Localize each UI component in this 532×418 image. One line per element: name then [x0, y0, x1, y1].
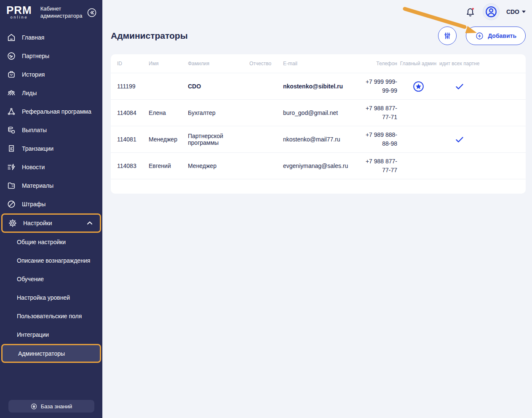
- sidebar-subitem-education[interactable]: Обучение: [0, 270, 102, 288]
- cell-email: nkostenko@sibitel.ru: [283, 83, 363, 90]
- cell-actions: [479, 108, 518, 118]
- cell-last-name: Партнерской программы: [188, 133, 249, 146]
- avatar[interactable]: [483, 3, 500, 20]
- sidebar-item-partners[interactable]: Партнеры: [0, 47, 102, 65]
- sidebar-item-settings[interactable]: Настройки: [3, 215, 100, 232]
- filter-button[interactable]: [438, 27, 457, 45]
- fines-icon: [7, 200, 16, 209]
- sidebar-item-fines[interactable]: Штрафы: [0, 195, 102, 213]
- column-header-email: E-mail: [283, 61, 363, 67]
- cell-phone: +7 999 999-99-99: [363, 77, 397, 95]
- plus-circle-icon: [475, 32, 484, 40]
- gear-icon: [8, 218, 17, 228]
- cell-phone: +7 988 877-77-77: [363, 157, 397, 175]
- knowledge-base-button[interactable]: База знаний: [8, 400, 94, 413]
- delete-button[interactable]: [507, 108, 516, 118]
- cell-last-name: Бухгалтер: [188, 109, 249, 116]
- sidebar-item-label: Выплаты: [22, 127, 47, 133]
- sidebar-item-leads[interactable]: Лиды: [0, 84, 102, 102]
- sidebar-item-history[interactable]: История: [0, 65, 102, 84]
- sidebar-item-label: Главная: [22, 34, 44, 41]
- logo-subtext: online: [10, 15, 28, 19]
- cell-main-admin: [397, 81, 439, 92]
- cell-email: buro_god@gmail.net: [283, 109, 363, 116]
- trash-icon: [507, 108, 516, 118]
- delete-button[interactable]: [507, 81, 516, 91]
- sees-all-check-icon: [454, 81, 465, 91]
- sidebar-subitem-levels-setup[interactable]: Настройка уровней: [0, 288, 102, 307]
- cell-id: 114083: [117, 162, 149, 169]
- sidebar-item-label: Реферальная программа: [22, 108, 91, 115]
- cell-sees-all-partners: [439, 81, 479, 91]
- edit-button[interactable]: [488, 81, 498, 91]
- edit-button[interactable]: [488, 161, 498, 171]
- cell-actions: [479, 134, 518, 144]
- sidebar-item-transactions[interactable]: Транзакции: [0, 139, 102, 158]
- column-header-last-name: Фамилия: [188, 61, 249, 67]
- cell-sees-all-partners: [439, 134, 479, 144]
- title-row: Администраторы Добавить: [111, 26, 526, 45]
- sidebar-item-materials[interactable]: Материалы: [0, 176, 102, 195]
- logo-text: PRM: [6, 5, 32, 15]
- news-icon: [7, 162, 16, 172]
- cell-actions: [479, 161, 518, 171]
- sidebar-item-payouts[interactable]: Выплаты: [0, 121, 102, 139]
- user-menu-button[interactable]: CDO: [506, 8, 526, 15]
- settings-highlight-box: Настройки: [1, 213, 101, 233]
- cell-email: nkostenko@mail77.ru: [283, 136, 363, 143]
- materials-icon: [7, 181, 16, 190]
- sidebar-item-label: Настройки: [23, 220, 52, 226]
- sidebar-item-home[interactable]: Главная: [0, 28, 102, 47]
- column-header-phone: Телефон: [363, 60, 397, 67]
- user-icon: [484, 5, 498, 19]
- add-button[interactable]: Добавить: [466, 27, 526, 45]
- sidebar-subitem-label: Пользовательские поля: [17, 313, 82, 319]
- sidebar-subitem-administrators[interactable]: Администраторы: [3, 345, 100, 362]
- table-row: 111199 CDO nkostenko@sibitel.ru +7 999 9…: [111, 73, 526, 99]
- sidebar-subitem-custom-fields[interactable]: Пользовательские поля: [0, 307, 102, 325]
- sidebar-item-label: Материалы: [22, 182, 53, 189]
- logo-row: PRM online Кабинет администратора: [0, 0, 102, 19]
- sidebar-subitem-integrations[interactable]: Интеграции: [0, 325, 102, 344]
- sidebar-subitem-reward-description[interactable]: Описание вознаграждения: [0, 251, 102, 270]
- filter-sliders-icon: [443, 31, 452, 40]
- knowledge-base-icon: [30, 403, 37, 410]
- delete-button[interactable]: [507, 134, 516, 144]
- sidebar-item-news[interactable]: Новости: [0, 158, 102, 176]
- sidebar-item-label: Штрафы: [22, 201, 45, 208]
- selected-subitem-highlight-box: Администраторы: [1, 344, 101, 363]
- page-title: Администраторы: [111, 31, 188, 41]
- edit-pen-icon: [488, 134, 498, 144]
- add-button-label: Добавить: [488, 32, 516, 39]
- table-header: ID Имя Фамилия Отчество E-mail Телефон Г…: [111, 54, 526, 73]
- transactions-icon: [7, 144, 16, 153]
- trash-icon: [507, 161, 516, 171]
- workspace-label: Кабинет администратора: [40, 5, 83, 19]
- sidebar-item-referral-program[interactable]: Реферальная программа: [0, 102, 102, 121]
- column-header-middle-name: Отчество: [249, 61, 283, 67]
- cell-phone: +7 989 888-88-98: [363, 130, 397, 148]
- sidebar-subitem-label: Настройка уровней: [17, 294, 70, 301]
- sidebar-nav: ГлавнаяПартнерыИсторияЛидыРеферальная пр…: [0, 28, 102, 213]
- cell-last-name: Менеджер: [188, 162, 249, 169]
- sidebar-collapse-button[interactable]: [86, 7, 97, 18]
- brand-logo: PRM online: [6, 5, 32, 19]
- sidebar-subitem-label: Обучение: [17, 276, 44, 282]
- cell-first-name: Елена: [149, 109, 188, 116]
- edit-pen-icon: [488, 108, 498, 118]
- main-content: CDO Администраторы Добавить ID Имя Фамил…: [102, 0, 532, 418]
- sidebar-item-label: Лиды: [22, 90, 37, 96]
- notifications-button[interactable]: [465, 6, 476, 18]
- edit-button[interactable]: [488, 108, 498, 118]
- cell-id: 114084: [117, 109, 149, 116]
- cell-id: 111199: [117, 83, 149, 90]
- cell-phone: +7 988 877-77-71: [363, 104, 397, 122]
- edit-button[interactable]: [488, 134, 498, 144]
- cell-first-name: Евгений: [149, 162, 188, 169]
- chevron-up-icon: [85, 218, 94, 228]
- sidebar-item-label: Новости: [22, 164, 45, 170]
- bell-icon: [465, 6, 476, 18]
- delete-button[interactable]: [507, 161, 516, 171]
- leads-icon: [7, 88, 16, 98]
- sidebar-subitem-general-settings[interactable]: Общие настройки: [0, 233, 102, 251]
